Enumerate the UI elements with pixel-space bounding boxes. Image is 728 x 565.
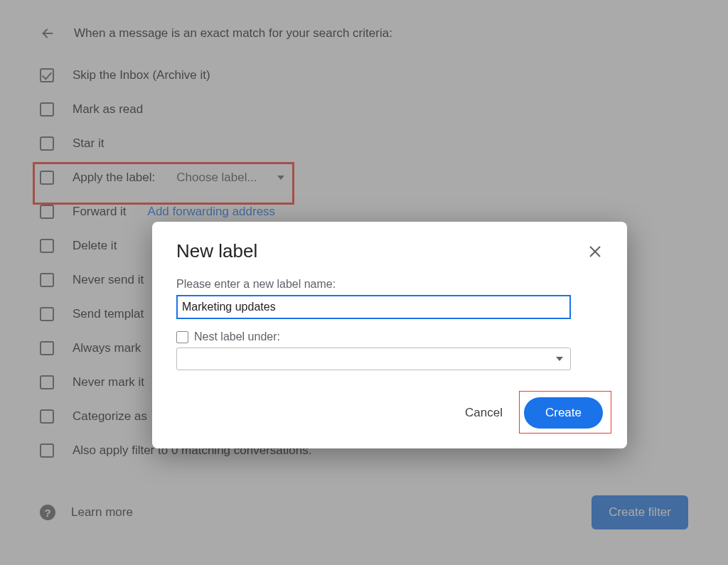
create-button[interactable]: Create bbox=[524, 397, 603, 429]
filter-settings-screen: When a message is an exact match for you… bbox=[0, 0, 728, 565]
cancel-button[interactable]: Cancel bbox=[461, 405, 507, 421]
new-label-modal: New label Please enter a new label name:… bbox=[152, 222, 627, 448]
close-icon[interactable] bbox=[587, 244, 603, 259]
nest-checkbox[interactable] bbox=[176, 331, 188, 343]
chevron-down-icon bbox=[556, 357, 563, 361]
label-name-input[interactable] bbox=[176, 295, 571, 319]
modal-prompt: Please enter a new label name: bbox=[176, 278, 603, 291]
modal-title: New label bbox=[176, 240, 257, 262]
nest-label-text: Nest label under: bbox=[194, 330, 280, 343]
nest-parent-dropdown[interactable] bbox=[176, 348, 571, 370]
